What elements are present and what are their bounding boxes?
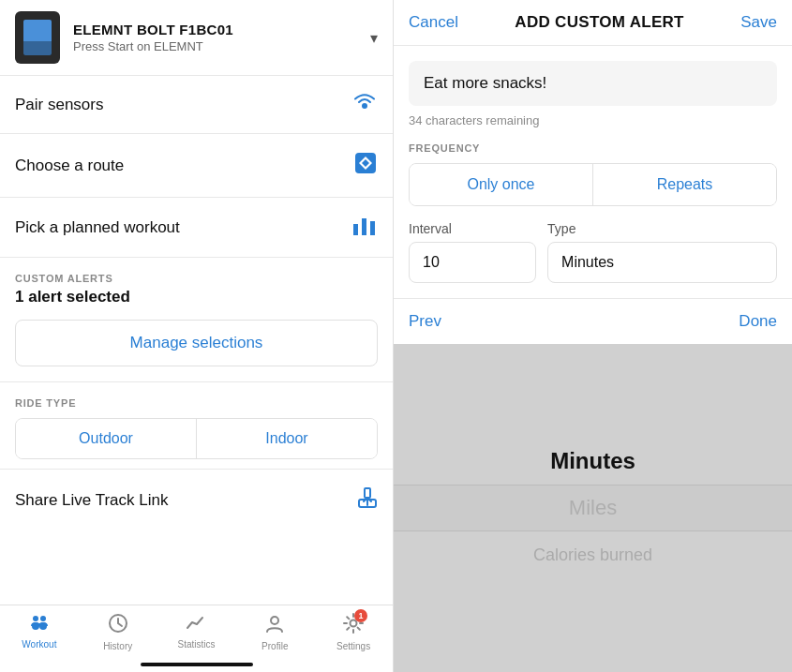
profile-icon: [264, 613, 285, 639]
svg-point-10: [40, 616, 46, 621]
frequency-section: FREQUENCY Only once Repeats: [394, 142, 792, 221]
settings-badge: 1: [354, 609, 367, 622]
svg-point-15: [351, 620, 357, 627]
custom-alerts-section: CUSTOM ALERTS 1 alert selected: [0, 258, 393, 310]
nav-settings[interactable]: 1 Settings: [314, 605, 393, 657]
interval-col: Interval: [409, 221, 536, 283]
route-icon: [353, 151, 378, 180]
indoor-button[interactable]: Indoor: [197, 419, 377, 458]
bottom-line: [141, 663, 253, 666]
right-panel: Cancel ADD CUSTOM ALERT Save 34 characte…: [394, 0, 792, 672]
only-once-button[interactable]: Only once: [410, 164, 592, 205]
share-icon: [357, 486, 378, 514]
pair-sensors-icon: [351, 93, 378, 116]
ride-type-toggle: Outdoor Indoor: [15, 418, 378, 459]
device-image: [15, 11, 60, 64]
nav-history[interactable]: History: [79, 605, 157, 657]
nav-statistics[interactable]: Statistics: [157, 605, 236, 657]
dialog-title: ADD CUSTOM ALERT: [515, 13, 683, 32]
picker-item-minutes[interactable]: Minutes: [394, 438, 792, 485]
manage-btn-container: Manage selections: [0, 310, 393, 381]
nav-profile-label: Profile: [262, 641, 288, 651]
planned-workout-item[interactable]: Pick a planned workout: [0, 198, 393, 258]
statistics-icon: [186, 613, 206, 637]
spacer: [0, 530, 393, 605]
interval-type-input[interactable]: [547, 242, 777, 283]
alert-text-input[interactable]: [409, 61, 777, 106]
svg-rect-6: [370, 221, 375, 235]
interval-row: Interval Type: [409, 221, 777, 283]
workout-icon: [28, 613, 51, 637]
device-info: ELEMNT BOLT F1BC01 Press Start on ELEMNT: [73, 22, 370, 53]
prev-button[interactable]: Prev: [409, 312, 441, 331]
svg-rect-5: [362, 218, 366, 235]
svg-point-11: [32, 622, 39, 630]
interval-field-label: Interval: [409, 221, 536, 236]
bottom-nav: Workout History Statistics: [0, 605, 393, 657]
history-icon: [108, 613, 128, 639]
svg-rect-7: [365, 488, 370, 498]
interval-value-input[interactable]: [409, 242, 536, 283]
nav-workout-label: Workout: [22, 639, 56, 650]
pair-sensors-item[interactable]: Pair sensors: [0, 76, 393, 134]
interval-section: Interval Type: [394, 221, 792, 298]
alert-count: 1 alert selected: [15, 288, 378, 306]
picker-area[interactable]: Minutes Miles Calories burned: [394, 344, 792, 672]
char-remaining: 34 characters remaining: [409, 113, 777, 127]
done-button[interactable]: Done: [739, 312, 777, 331]
svg-point-12: [39, 622, 47, 630]
share-label: Share Live Track Link: [15, 491, 168, 510]
custom-alerts-title: CUSTOM ALERTS: [15, 273, 378, 284]
ride-type-section: RIDE TYPE Outdoor Indoor: [0, 381, 393, 469]
pair-sensors-label: Pair sensors: [15, 96, 103, 114]
frequency-label: FREQUENCY: [409, 142, 777, 154]
planned-workout-label: Pick a planned workout: [15, 218, 180, 237]
type-field-label: Type: [547, 221, 777, 236]
svg-point-9: [33, 616, 38, 621]
svg-rect-4: [353, 224, 358, 235]
choose-route-label: Choose a route: [15, 157, 124, 175]
settings-icon-wrap: 1: [343, 613, 364, 639]
nav-history-label: History: [103, 641, 132, 651]
chevron-down-icon[interactable]: ▾: [370, 29, 378, 47]
left-panel: ELEMNT BOLT F1BC01 Press Start on ELEMNT…: [0, 0, 394, 672]
manage-selections-button[interactable]: Manage selections: [15, 320, 378, 366]
repeats-button[interactable]: Repeats: [593, 164, 776, 205]
svg-point-0: [362, 103, 367, 109]
nav-settings-label: Settings: [336, 641, 370, 651]
device-name: ELEMNT BOLT F1BC01: [73, 22, 370, 37]
device-header[interactable]: ELEMNT BOLT F1BC01 Press Start on ELEMNT…: [0, 0, 393, 76]
choose-route-item[interactable]: Choose a route: [0, 134, 393, 198]
picker-item-calories[interactable]: Calories burned: [394, 531, 792, 578]
nav-statistics-label: Statistics: [177, 639, 215, 650]
picker-highlight: [394, 485, 792, 531]
ride-type-title: RIDE TYPE: [15, 397, 378, 409]
nav-workout[interactable]: Workout: [0, 605, 79, 657]
save-button[interactable]: Save: [740, 13, 777, 32]
cancel-button[interactable]: Cancel: [409, 13, 458, 32]
bottom-actions: Prev Done: [394, 298, 792, 344]
device-screen: [23, 20, 52, 55]
device-subtitle: Press Start on ELEMNT: [73, 39, 370, 53]
nav-profile[interactable]: Profile: [235, 605, 314, 657]
svg-point-14: [271, 617, 278, 624]
share-live-track-item[interactable]: Share Live Track Link: [0, 469, 393, 530]
workout-chart-icon: [351, 215, 378, 240]
frequency-toggle: Only once Repeats: [409, 163, 777, 206]
alert-input-section: 34 characters remaining: [394, 46, 792, 142]
outdoor-button[interactable]: Outdoor: [16, 419, 196, 458]
right-header: Cancel ADD CUSTOM ALERT Save: [394, 0, 792, 46]
interval-type-col: Type: [547, 221, 777, 283]
